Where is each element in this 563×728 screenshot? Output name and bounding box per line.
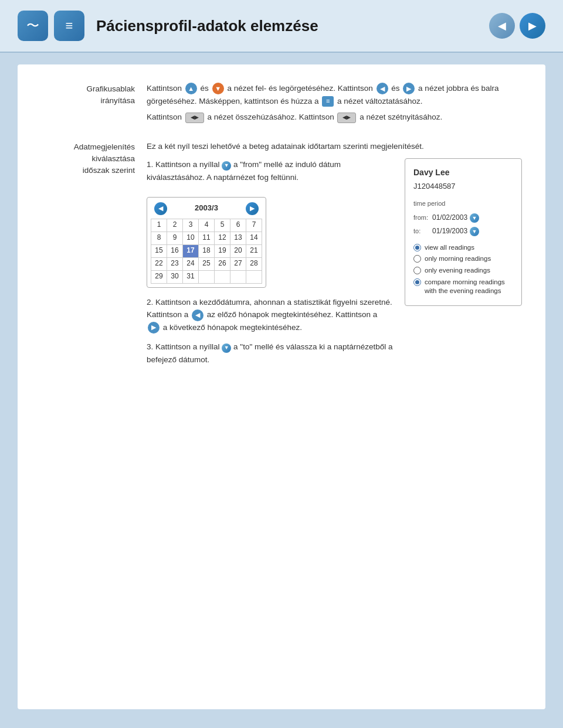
text-nezet1: a nézet fel- és legörgetéséhez. Kattints… (227, 84, 372, 93)
step2-right: a következő hónapok megtekintéséhez. (163, 323, 302, 332)
text-nezet3: a nézet változtatásához. (337, 97, 423, 106)
drag-icon[interactable]: ≡ (322, 96, 334, 107)
page-number-container: 13 (0, 721, 563, 728)
step-2: 2. Kattintson a kezdődátumra, ahonnan a … (147, 296, 393, 334)
calendar-header: ◀ 2003/3 ▶ (151, 201, 262, 216)
expand-icon[interactable]: ◀▶ (337, 113, 356, 123)
intro-text: Ez a két nyíl teszi lehetővé a beteg ada… (147, 140, 522, 153)
prev-month-icon[interactable]: ◀ (192, 309, 204, 321)
radio-compare[interactable] (413, 278, 421, 286)
nav-next-button[interactable]: ▶ (520, 13, 545, 39)
cal-prev-button[interactable]: ◀ (154, 202, 167, 215)
calendar-grid: 1234567891011121314151617181920212223242… (151, 219, 262, 284)
to-row: to: 01/19/2003 ▼ (413, 226, 513, 237)
radio-item-morning: only morning readings (413, 254, 513, 263)
calendar-day[interactable]: 23 (167, 257, 183, 270)
document-icon: ≡ (54, 11, 84, 41)
chart-icon: 〜 (18, 11, 48, 41)
grafikusablak-label: Grafikusablak irányítása (41, 82, 135, 124)
nav-prev-button[interactable]: ◀ (489, 13, 515, 39)
calendar-day[interactable]: 7 (246, 219, 262, 232)
to-dropdown-icon[interactable]: ▼ (222, 343, 231, 353)
calendar-day[interactable]: 14 (246, 232, 262, 244)
calendar-day[interactable]: 11 (199, 232, 215, 244)
calendar-day[interactable]: 4 (199, 219, 215, 232)
page-title: Páciensprofil-adatok elemzése (96, 17, 318, 35)
calendar-day[interactable]: 13 (230, 232, 246, 244)
radio-morning[interactable] (413, 255, 421, 263)
from-dropdown-icon[interactable]: ▼ (222, 161, 231, 171)
calendar-day[interactable]: 30 (167, 270, 183, 283)
calendar-day (199, 270, 215, 283)
to-date-dropdown[interactable]: ▼ (470, 227, 479, 236)
header-nav: ◀ ▶ (489, 13, 545, 39)
step3-text: 3. Kattintson a nyíllal (147, 342, 222, 351)
text-szetnyitas: a nézet szétnyitásához. (359, 113, 442, 121)
calendar-day[interactable]: 15 (151, 244, 167, 257)
calendar-day[interactable]: 17 (183, 244, 199, 257)
calendar-day[interactable]: 18 (199, 244, 215, 257)
calendar-day[interactable]: 1 (151, 219, 167, 232)
calendar-day[interactable]: 31 (183, 270, 199, 283)
radio-view-all[interactable] (413, 244, 421, 251)
header-left: 〜 ≡ Páciensprofil-adatok elemzése (18, 11, 318, 41)
calendar-day[interactable]: 6 (230, 219, 246, 232)
calendar-day[interactable]: 29 (151, 270, 167, 283)
patient-card-container: Davy Lee J120448587 time period from: 01… (405, 158, 522, 373)
calendar-day[interactable]: 27 (230, 257, 246, 270)
adatmegjelenites-content: Ez a két nyíl teszi lehetővé a beteg ada… (147, 140, 522, 373)
adatmegjelenites-label: Adatmegjelenítés kiválasztása időszak sz… (41, 140, 135, 373)
calendar-day[interactable]: 20 (230, 244, 246, 257)
calendar-day[interactable]: 19 (215, 244, 230, 257)
cal-next-button[interactable]: ▶ (246, 202, 259, 215)
next-month-icon[interactable]: ▶ (148, 322, 160, 334)
text-es1: és (201, 84, 209, 93)
radio-item-evening: only evening readings (413, 266, 513, 275)
calendar-day[interactable]: 16 (167, 244, 183, 257)
calendar-day[interactable]: 25 (199, 257, 215, 270)
text-es2: és (391, 84, 399, 93)
calendar-day (230, 270, 246, 283)
radio-group: view all readings only morning readings … (413, 243, 513, 296)
data-section: 1. Kattintson a nyíllal ▼ a "from" mellé… (147, 158, 522, 373)
calendar: ◀ 2003/3 ▶ 12345678910111213141516171819… (147, 197, 266, 288)
from-date-dropdown[interactable]: ▼ (470, 213, 479, 223)
calendar-month: 2003/3 (195, 202, 218, 215)
main-content: Grafikusablak irányítása Kattintson ▲ és… (18, 64, 545, 709)
calendar-day[interactable]: 5 (215, 219, 230, 232)
calendar-day[interactable]: 22 (151, 257, 167, 270)
text-osszehuzas: a nézet összehúzásához. Kattintson (208, 113, 334, 121)
calendar-day[interactable]: 3 (183, 219, 199, 232)
radio-item-view-all: view all readings (413, 243, 513, 252)
grafikusablak-section: Grafikusablak irányítása Kattintson ▲ és… (41, 82, 522, 124)
scroll-down-icon[interactable]: ▼ (212, 83, 224, 94)
calendar-day[interactable]: 9 (167, 232, 183, 244)
scroll-left-icon[interactable]: ◀ (377, 83, 388, 94)
radio-evening[interactable] (413, 267, 421, 274)
calendar-day[interactable]: 24 (183, 257, 199, 270)
calendar-day[interactable]: 21 (246, 244, 262, 257)
patient-id: J120448587 (413, 181, 513, 193)
compress-icon[interactable]: ◀▶ (185, 113, 204, 123)
calendar-day (246, 270, 262, 283)
calendar-day[interactable]: 8 (151, 232, 167, 244)
step1-prefix: 1. Kattintson a nyíllal (147, 160, 222, 169)
step-1: 1. Kattintson a nyíllal ▼ a "from" mellé… (147, 158, 393, 183)
calendar-day[interactable]: 28 (246, 257, 262, 270)
calendar-day[interactable]: 12 (215, 232, 230, 244)
text-kattintson1: Kattintson (147, 84, 182, 93)
patient-name: Davy Lee (413, 166, 513, 179)
step-3: 3. Kattintson a nyíllal ▼ a "to" mellé é… (147, 341, 393, 366)
grafikusablak-content: Kattintson ▲ és ▼ a nézet fel- és legörg… (147, 82, 522, 124)
radio-item-compare: compare morning readings with the evenin… (413, 278, 513, 295)
step2-left: az előző hónapok megtekintéséhez. Kattin… (207, 310, 377, 319)
radio-compare-label: compare morning readings with the evenin… (425, 278, 513, 295)
scroll-up-icon[interactable]: ▲ (185, 83, 197, 94)
from-row: from: 01/02/2003 ▼ (413, 212, 513, 223)
calendar-day[interactable]: 10 (183, 232, 199, 244)
from-label: from: (413, 213, 430, 223)
patient-card: Davy Lee J120448587 time period from: 01… (405, 158, 522, 306)
scroll-right-icon[interactable]: ▶ (403, 83, 415, 94)
calendar-day[interactable]: 26 (215, 257, 230, 270)
calendar-day[interactable]: 2 (167, 219, 183, 232)
